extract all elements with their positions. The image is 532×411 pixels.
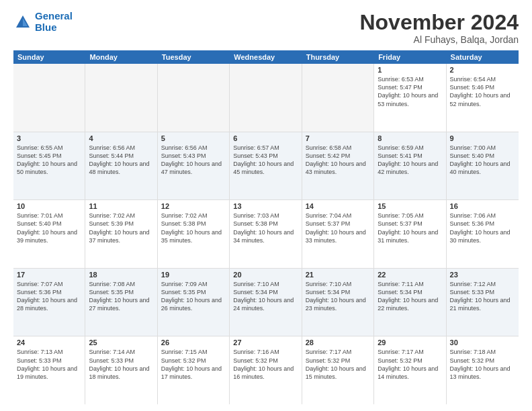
day-number: 16 [450, 202, 515, 210]
day-number: 27 [233, 338, 298, 347]
cell-info: Sunrise: 7:13 AM Sunset: 5:33 PM Dayligh… [17, 348, 81, 381]
cal-cell-r4-c6: 30Sunrise: 7:18 AM Sunset: 5:32 PM Dayli… [447, 336, 519, 404]
header: General Blue November 2024 Al Fuhays, Ba… [13, 11, 519, 45]
day-number: 3 [17, 134, 81, 142]
calendar-row-0: 1Sunrise: 6:53 AM Sunset: 5:47 PM Daylig… [13, 64, 519, 132]
day-number: 9 [450, 134, 515, 142]
cell-info: Sunrise: 7:08 AM Sunset: 5:35 PM Dayligh… [89, 280, 153, 313]
cal-cell-r2-c5: 15Sunrise: 7:05 AM Sunset: 5:37 PM Dayli… [374, 200, 446, 268]
cell-info: Sunrise: 6:55 AM Sunset: 5:45 PM Dayligh… [17, 144, 81, 177]
day-number: 2 [450, 66, 515, 74]
cell-info: Sunrise: 7:02 AM Sunset: 5:38 PM Dayligh… [161, 212, 226, 244]
cal-cell-r4-c4: 28Sunrise: 7:17 AM Sunset: 5:32 PM Dayli… [302, 336, 374, 404]
day-number: 20 [233, 271, 298, 279]
cell-info: Sunrise: 7:16 AM Sunset: 5:32 PM Dayligh… [233, 348, 298, 381]
day-number: 26 [161, 338, 226, 347]
calendar-header: SundayMondayTuesdayWednesdayThursdayFrid… [13, 50, 519, 64]
logo-text: General Blue [35, 11, 73, 33]
day-number: 7 [306, 134, 370, 142]
cell-info: Sunrise: 7:07 AM Sunset: 5:36 PM Dayligh… [17, 280, 81, 313]
cal-cell-r0-c5: 1Sunrise: 6:53 AM Sunset: 5:47 PM Daylig… [374, 64, 446, 132]
day-number: 18 [89, 271, 153, 279]
cal-cell-r3-c1: 18Sunrise: 7:08 AM Sunset: 5:35 PM Dayli… [85, 269, 157, 336]
cell-info: Sunrise: 6:58 AM Sunset: 5:42 PM Dayligh… [306, 144, 370, 177]
cal-cell-r1-c1: 4Sunrise: 6:56 AM Sunset: 5:44 PM Daylig… [85, 132, 157, 200]
day-number: 12 [161, 202, 226, 210]
cell-info: Sunrise: 7:12 AM Sunset: 5:33 PM Dayligh… [450, 280, 515, 313]
day-number: 24 [17, 338, 81, 347]
cal-cell-r2-c2: 12Sunrise: 7:02 AM Sunset: 5:38 PM Dayli… [158, 200, 230, 268]
cell-info: Sunrise: 7:17 AM Sunset: 5:32 PM Dayligh… [378, 348, 442, 381]
calendar-row-2: 10Sunrise: 7:01 AM Sunset: 5:40 PM Dayli… [13, 200, 519, 269]
cell-info: Sunrise: 6:56 AM Sunset: 5:43 PM Dayligh… [161, 144, 226, 177]
cal-cell-r1-c3: 6Sunrise: 6:57 AM Sunset: 5:43 PM Daylig… [230, 132, 302, 200]
day-number: 10 [17, 202, 81, 210]
calendar-row-3: 17Sunrise: 7:07 AM Sunset: 5:36 PM Dayli… [13, 269, 519, 337]
cell-info: Sunrise: 7:02 AM Sunset: 5:39 PM Dayligh… [89, 212, 153, 244]
cal-cell-r1-c5: 8Sunrise: 6:59 AM Sunset: 5:41 PM Daylig… [374, 132, 446, 200]
cell-info: Sunrise: 6:59 AM Sunset: 5:41 PM Dayligh… [378, 144, 442, 177]
cal-cell-r0-c1 [85, 64, 157, 132]
day-number: 19 [161, 271, 226, 279]
day-number: 14 [306, 202, 370, 210]
header-day-saturday: Saturday [447, 50, 519, 64]
cal-cell-r3-c0: 17Sunrise: 7:07 AM Sunset: 5:36 PM Dayli… [13, 269, 85, 336]
month-title: November 2024 [359, 11, 519, 34]
logo-icon [13, 13, 32, 32]
cal-cell-r2-c0: 10Sunrise: 7:01 AM Sunset: 5:40 PM Dayli… [13, 200, 85, 268]
cal-cell-r1-c0: 3Sunrise: 6:55 AM Sunset: 5:45 PM Daylig… [13, 132, 85, 200]
header-day-thursday: Thursday [302, 50, 374, 64]
cal-cell-r3-c4: 21Sunrise: 7:10 AM Sunset: 5:34 PM Dayli… [302, 269, 374, 336]
day-number: 21 [306, 271, 370, 279]
cal-cell-r0-c2 [158, 64, 230, 132]
cell-info: Sunrise: 7:11 AM Sunset: 5:34 PM Dayligh… [378, 280, 442, 313]
cell-info: Sunrise: 6:54 AM Sunset: 5:46 PM Dayligh… [450, 75, 515, 108]
day-number: 25 [89, 338, 153, 347]
header-day-tuesday: Tuesday [158, 50, 230, 64]
cell-info: Sunrise: 7:00 AM Sunset: 5:40 PM Dayligh… [450, 144, 515, 177]
cal-cell-r1-c2: 5Sunrise: 6:56 AM Sunset: 5:43 PM Daylig… [158, 132, 230, 200]
day-number: 17 [17, 271, 81, 279]
cell-info: Sunrise: 7:10 AM Sunset: 5:34 PM Dayligh… [306, 280, 370, 313]
calendar: SundayMondayTuesdayWednesdayThursdayFrid… [13, 50, 519, 404]
day-number: 28 [306, 338, 370, 347]
cal-cell-r0-c4 [302, 64, 374, 132]
day-number: 4 [89, 134, 153, 142]
cell-info: Sunrise: 7:18 AM Sunset: 5:32 PM Dayligh… [450, 348, 515, 381]
cell-info: Sunrise: 7:09 AM Sunset: 5:35 PM Dayligh… [161, 280, 226, 313]
day-number: 5 [161, 134, 226, 142]
day-number: 11 [89, 202, 153, 210]
cal-cell-r4-c1: 25Sunrise: 7:14 AM Sunset: 5:33 PM Dayli… [85, 336, 157, 404]
cal-cell-r1-c6: 9Sunrise: 7:00 AM Sunset: 5:40 PM Daylig… [447, 132, 519, 200]
cal-cell-r4-c3: 27Sunrise: 7:16 AM Sunset: 5:32 PM Dayli… [230, 336, 302, 404]
cal-cell-r2-c1: 11Sunrise: 7:02 AM Sunset: 5:39 PM Dayli… [85, 200, 157, 268]
cell-info: Sunrise: 7:17 AM Sunset: 5:32 PM Dayligh… [306, 348, 370, 381]
calendar-body: 1Sunrise: 6:53 AM Sunset: 5:47 PM Daylig… [13, 64, 519, 404]
logo: General Blue [13, 11, 73, 33]
day-number: 22 [378, 271, 442, 279]
day-number: 1 [378, 66, 442, 74]
title-block: November 2024 Al Fuhays, Balqa, Jordan [359, 11, 519, 45]
cell-info: Sunrise: 6:53 AM Sunset: 5:47 PM Dayligh… [378, 75, 442, 108]
day-number: 30 [450, 338, 515, 347]
cal-cell-r0-c3 [230, 64, 302, 132]
day-number: 6 [233, 134, 298, 142]
day-number: 15 [378, 202, 442, 210]
cell-info: Sunrise: 7:01 AM Sunset: 5:40 PM Dayligh… [17, 212, 81, 244]
calendar-row-4: 24Sunrise: 7:13 AM Sunset: 5:33 PM Dayli… [13, 336, 519, 404]
header-day-sunday: Sunday [13, 50, 85, 64]
calendar-row-1: 3Sunrise: 6:55 AM Sunset: 5:45 PM Daylig… [13, 132, 519, 201]
cell-info: Sunrise: 7:03 AM Sunset: 5:38 PM Dayligh… [233, 212, 298, 244]
cell-info: Sunrise: 7:06 AM Sunset: 5:36 PM Dayligh… [450, 212, 515, 244]
cal-cell-r3-c6: 23Sunrise: 7:12 AM Sunset: 5:33 PM Dayli… [447, 269, 519, 336]
cal-cell-r3-c2: 19Sunrise: 7:09 AM Sunset: 5:35 PM Dayli… [158, 269, 230, 336]
cal-cell-r2-c3: 13Sunrise: 7:03 AM Sunset: 5:38 PM Dayli… [230, 200, 302, 268]
header-day-monday: Monday [85, 50, 157, 64]
day-number: 8 [378, 134, 442, 142]
cal-cell-r1-c4: 7Sunrise: 6:58 AM Sunset: 5:42 PM Daylig… [302, 132, 374, 200]
day-number: 13 [233, 202, 298, 210]
cell-info: Sunrise: 7:05 AM Sunset: 5:37 PM Dayligh… [378, 212, 442, 244]
day-number: 23 [450, 271, 515, 279]
svg-marker-1 [23, 18, 28, 26]
cell-info: Sunrise: 7:10 AM Sunset: 5:34 PM Dayligh… [233, 280, 298, 313]
